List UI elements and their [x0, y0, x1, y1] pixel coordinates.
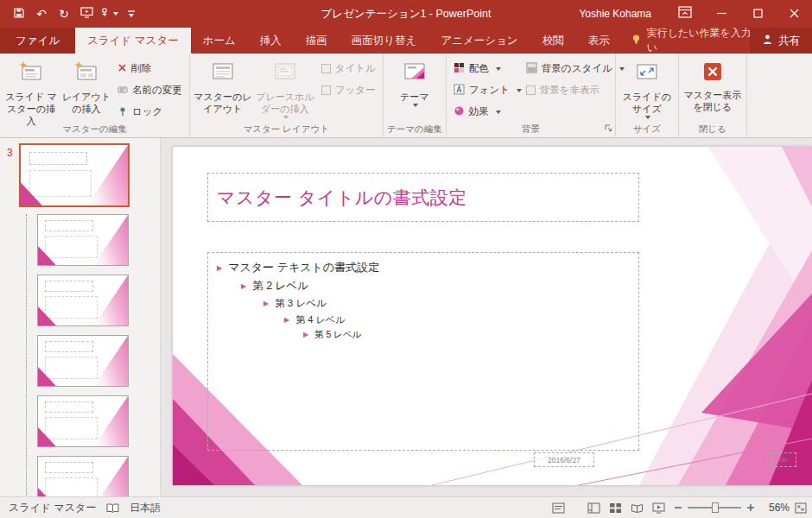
layout-thumbnail-4[interactable] [37, 395, 129, 447]
slide-size-button[interactable]: スライドのサイズ [619, 56, 675, 123]
theme-fonts-button[interactable]: フォント [450, 81, 523, 99]
tab-file[interactable]: ファイル [0, 28, 75, 54]
start-slideshow-button[interactable] [76, 3, 97, 25]
master-layout-label: マスターのレイアウト [193, 92, 252, 116]
tab-insert[interactable]: 挿入 [248, 28, 294, 54]
dropdown-caret-icon [496, 111, 501, 114]
zoom-percentage[interactable]: 56% [760, 502, 790, 514]
tab-transitions[interactable]: 画面切り替え [339, 28, 429, 54]
account-user-name[interactable]: Yoshie Kohama [579, 8, 651, 20]
slide-size-icon [635, 60, 659, 88]
maximize-button[interactable] [739, 0, 776, 28]
zoom-in-button[interactable] [746, 503, 755, 512]
tab-view[interactable]: 表示 [576, 28, 622, 54]
date-text: 2016/6/27 [548, 456, 580, 464]
dropdown-caret-icon [645, 116, 650, 119]
layout-thumbnail-3[interactable] [37, 335, 129, 387]
zoom-slider[interactable] [688, 507, 741, 509]
undo-button[interactable]: ↶ [31, 3, 52, 25]
slide-number-placeholder[interactable]: ‹#› [771, 452, 796, 467]
theme-fonts-label: フォント [469, 84, 510, 97]
language-status[interactable]: 日本語 [130, 501, 161, 515]
bullet-level-3: ▶ 第 3 レベル [263, 297, 630, 313]
background-styles-icon [526, 62, 537, 75]
start-slideshow-icon [80, 7, 93, 21]
rename-button[interactable]: 名前の変更 [114, 81, 186, 99]
normal-view-button[interactable] [587, 502, 600, 514]
ribbon-display-options-icon [678, 6, 692, 22]
delete-icon [117, 63, 127, 74]
tab-home[interactable]: ホーム [191, 28, 248, 54]
theme-effects-label: 効果 [469, 105, 489, 118]
undo-icon: ↶ [36, 7, 47, 21]
insert-slide-master-button[interactable]: スライド マスターの挿入 [3, 56, 59, 123]
view-status-label[interactable]: スライド マスター [9, 501, 96, 515]
themes-icon [403, 60, 427, 88]
master-layout-icon [211, 60, 235, 88]
ribbon-display-options-button[interactable] [667, 0, 703, 28]
dialog-launcher-button[interactable] [604, 120, 612, 136]
reading-view-button[interactable] [631, 502, 644, 514]
fit-to-window-button[interactable] [795, 502, 807, 514]
tab-slide-master[interactable]: スライド マスター [75, 28, 191, 54]
titlebar: ↶ ↻ プレゼンテーション1 - PowerPoint Yoshie Koham… [0, 0, 812, 28]
preserve-button[interactable]: ロック [114, 103, 186, 121]
master-title-text: マスター タイトルの書式設定 [217, 186, 467, 210]
close-button[interactable] [776, 0, 812, 28]
slideshow-view-button[interactable] [652, 502, 665, 514]
tab-animations[interactable]: アニメーション [428, 28, 530, 54]
slide-editing-area: マスター タイトルの書式設定 ▶ マスター テキストの書式設定 ▶ 第 2 レベ… [161, 138, 812, 496]
theme-colors-button[interactable]: 配色 [450, 60, 523, 78]
slide-canvas[interactable]: マスター タイトルの書式設定 ▶ マスター テキストの書式設定 ▶ 第 2 レベ… [173, 147, 812, 485]
preserve-label: ロック [132, 105, 162, 118]
close-icon [790, 6, 799, 22]
body-placeholder[interactable]: ▶ マスター テキストの書式設定 ▶ 第 2 レベル ▶ 第 3 レベル ▶ 第… [207, 252, 639, 451]
date-placeholder[interactable]: 2016/6/27 [534, 452, 594, 467]
bullet-text: 第 4 レベル [295, 313, 345, 326]
insert-placeholder-button[interactable]: プレースホルダーの挿入 [252, 56, 318, 123]
themes-button[interactable]: テーマ [387, 56, 442, 123]
bullet-level-5: ▶ 第 5 レベル [303, 329, 630, 344]
insert-layout-button[interactable]: レイアウトの挿入 [59, 56, 114, 123]
thumbnail-panel: 3 [0, 138, 161, 496]
redo-button[interactable]: ↻ [54, 3, 74, 25]
customize-qat-icon [127, 7, 136, 21]
tab-review[interactable]: 校閲 [530, 28, 576, 54]
zoom-out-button[interactable] [674, 503, 682, 512]
slide-sorter-view-button[interactable] [609, 502, 622, 514]
share-button[interactable]: 共有 [750, 28, 812, 54]
zoom-slider-thumb[interactable] [712, 502, 719, 513]
footer-checkbox[interactable]: フッター [318, 81, 379, 99]
close-master-view-button[interactable]: マスター表示を閉じる [682, 56, 743, 123]
notes-button[interactable] [552, 502, 565, 514]
slide-master-thumbnail[interactable] [19, 143, 130, 207]
tab-draw[interactable]: 描画 [294, 28, 339, 54]
proofing-icon[interactable] [106, 502, 119, 514]
title-checkbox[interactable]: タイトル [318, 60, 379, 78]
master-layout-button[interactable]: マスターのレイアウト [193, 56, 252, 123]
insert-slide-master-label: スライド マスターの挿入 [3, 92, 59, 127]
bullet-text: マスター テキストの書式設定 [228, 260, 379, 275]
workspace: 3 [0, 138, 812, 496]
customize-qat-button[interactable] [121, 3, 142, 25]
save-button[interactable] [9, 3, 29, 25]
theme-effects-button[interactable]: 効果 [450, 103, 523, 121]
delete-button[interactable]: 削除 [114, 60, 186, 78]
touch-mouse-mode-button[interactable] [98, 3, 119, 25]
title-placeholder[interactable]: マスター タイトルの書式設定 [207, 173, 639, 222]
insert-slide-master-icon [19, 60, 43, 88]
hide-background-checkbox[interactable]: 背景を非表示 [523, 81, 628, 99]
layout-thumbnail-5[interactable] [37, 456, 129, 496]
group-label-background: 背景 [447, 123, 615, 136]
zoom-controls: 56% [674, 502, 807, 514]
master-number: 3 [7, 147, 13, 159]
close-master-view-icon [701, 60, 724, 86]
layout-thumbnail-2[interactable] [37, 275, 129, 326]
fonts-icon [454, 84, 465, 97]
background-styles-button[interactable]: 背景のスタイル [523, 60, 628, 78]
dropdown-caret-icon [517, 89, 522, 92]
minimize-button[interactable] [703, 0, 739, 28]
bullet-icon: ▶ [284, 316, 289, 324]
rename-icon [117, 85, 128, 97]
layout-thumbnail-1[interactable] [37, 214, 129, 266]
